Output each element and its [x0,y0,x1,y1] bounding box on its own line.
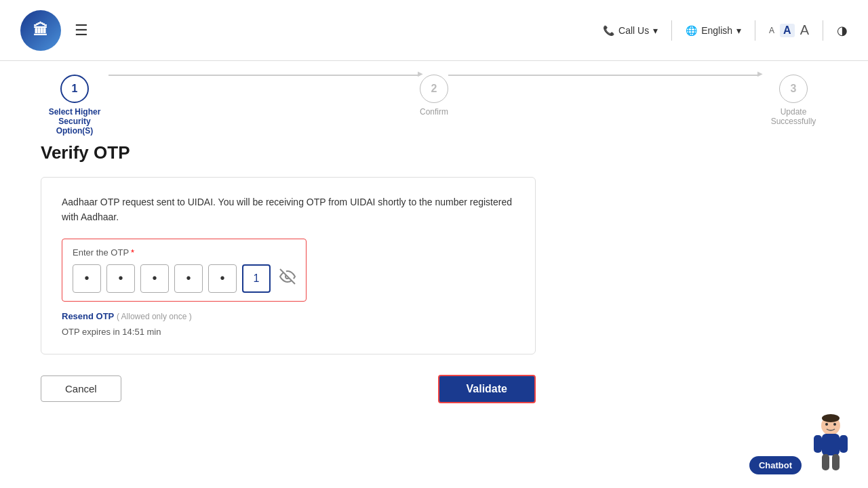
header-left: 🏛 ☰ [20,10,88,51]
call-us-button[interactable]: 📞 Call Us ▾ [603,25,658,36]
step-3-number: 3 [791,83,797,95]
otp-box-4[interactable] [174,264,203,293]
language-label: English [701,25,732,36]
header: 🏛 ☰ 📞 Call Us ▾ 🌐 English ▾ A A A ◑ [0,0,868,61]
resend-otp: Resend OTP ( Allowed only once ) [62,311,515,321]
globe-icon: 🌐 [686,25,697,36]
step-2-group: 2 Confirm [420,75,448,117]
page-title: Verify OTP [41,142,827,163]
divider-2 [755,20,755,41]
svg-point-9 [822,414,840,422]
phone-icon: 📞 [603,25,614,36]
step-1-label: Select Higher Security Option(S) [41,107,108,136]
step-1-number: 1 [72,83,78,95]
font-small-button[interactable]: A [769,26,774,35]
otp-box-3[interactable] [140,264,169,293]
contrast-button[interactable]: ◑ [837,23,848,38]
svg-rect-5 [822,454,829,470]
step-2-label: Confirm [420,107,448,117]
connector-1: ▶ [108,75,420,96]
stepper: 1 Select Higher Security Option(S) ▶ 2 C… [0,61,868,136]
eye-icon[interactable] [279,268,296,288]
font-controls: A A A [769,22,809,38]
font-medium-button[interactable]: A [780,24,795,37]
call-us-label: Call Us [618,25,649,36]
otp-box-2[interactable] [106,264,135,293]
cancel-button[interactable]: Cancel [41,375,121,402]
svg-rect-3 [814,435,822,453]
svg-point-8 [833,423,836,426]
svg-point-7 [825,423,828,426]
hamburger-icon[interactable]: ☰ [75,22,88,39]
step-2-circle: 2 [420,75,448,103]
header-right: 📞 Call Us ▾ 🌐 English ▾ A A A ◑ [603,20,848,41]
svg-rect-6 [832,454,840,470]
otp-expiry: OTP expires in 14:51 min [62,327,515,337]
step-3-circle: 3 [779,75,808,103]
chatbot-label: Chatbot [749,456,802,474]
otp-card: Aadhaar OTP request sent to UIDAI. You w… [41,177,536,354]
buttons-row: Cancel Validate [41,375,536,403]
connector-2: ▶ [448,75,760,96]
otp-boxes: 1 [73,264,296,293]
call-us-chevron: ▾ [653,25,658,36]
divider-1 [671,20,672,41]
main-content: Verify OTP Aadhaar OTP request sent to U… [0,136,868,417]
chatbot-widget[interactable]: Chatbot [749,413,854,474]
step-3-group: 3 Update Successfully [760,75,827,126]
step-1-circle: 1 [60,75,89,103]
language-chevron: ▾ [736,25,741,36]
step-3-label: Update Successfully [760,107,827,126]
otp-box-1[interactable] [73,264,101,293]
step-1-group: 1 Select Higher Security Option(S) [41,75,108,136]
svg-rect-2 [822,434,840,455]
otp-box-5[interactable] [208,264,237,293]
font-large-button[interactable]: A [800,22,809,38]
otp-box-6[interactable]: 1 [242,264,271,293]
logo: 🏛 [20,10,61,51]
validate-button[interactable]: Validate [438,375,536,403]
svg-rect-4 [840,435,848,453]
chatbot-figure [807,413,854,474]
step-2-number: 2 [431,83,437,95]
resend-note: ( Allowed only once ) [117,312,192,321]
resend-otp-link[interactable]: Resend OTP [62,311,114,321]
otp-label: Enter the OTP* [73,247,296,258]
divider-3 [823,20,823,41]
logo-icon: 🏛 [33,22,48,39]
otp-input-container: Enter the OTP* 1 [62,239,307,302]
language-button[interactable]: 🌐 English ▾ [686,25,741,36]
otp-info-text: Aadhaar OTP request sent to UIDAI. You w… [62,195,515,225]
